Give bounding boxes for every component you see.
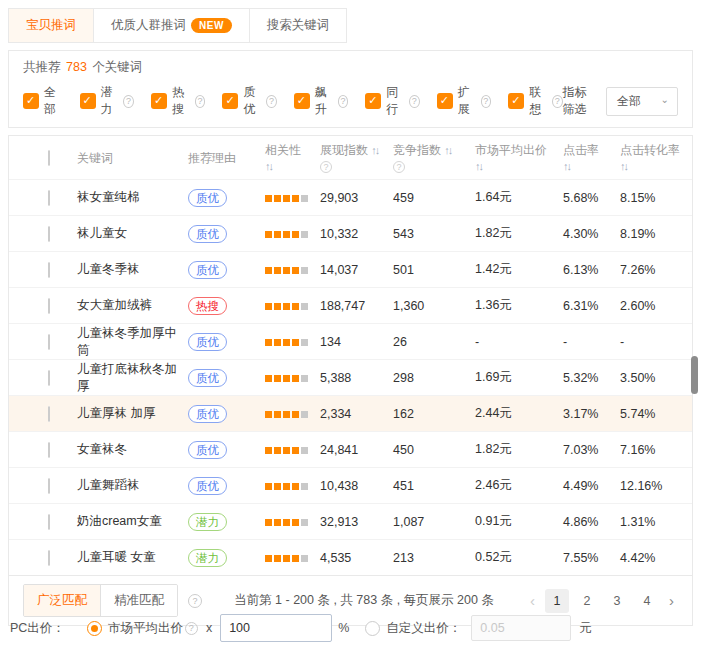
- filter-checkbox[interactable]: 质优: [222, 84, 276, 118]
- sort-icon[interactable]: [475, 160, 482, 172]
- help-icon[interactable]: [185, 622, 198, 635]
- broad-match-button[interactable]: 广泛匹配: [24, 585, 100, 616]
- tab-item-recommend[interactable]: 宝贝推词: [9, 9, 93, 42]
- table-row[interactable]: 儿童厚袜 加厚 质优 2,334 162 2.44元 3.17% 5.74%: [9, 395, 692, 431]
- relevance-bar-segment: [274, 519, 281, 526]
- relevance-bar-segment: [283, 339, 290, 346]
- filter-checkbox[interactable]: 扩展: [437, 84, 491, 118]
- help-icon[interactable]: [188, 594, 202, 608]
- page-button[interactable]: 4: [635, 589, 659, 613]
- row-checkbox[interactable]: [48, 550, 50, 566]
- row-checkbox[interactable]: [48, 514, 50, 530]
- table-row[interactable]: 儿童打底袜秋冬加厚 质优 5,388 298 1.69元 5.32% 3.50%: [9, 359, 692, 395]
- checkbox-checked-icon[interactable]: [151, 93, 167, 109]
- help-icon[interactable]: [338, 95, 349, 108]
- metric-filter-select[interactable]: 全部: [606, 87, 678, 116]
- relevance-bar-segment: [283, 519, 290, 526]
- help-icon[interactable]: [393, 161, 405, 173]
- relevance-bar-segment: [265, 447, 272, 454]
- pc-bid-row: PC出价： 市场平均出价 x % 自定义出价： 元: [0, 614, 701, 642]
- tab-search-keyword[interactable]: 搜索关键词: [249, 9, 347, 42]
- filter-checkbox[interactable]: 飙升: [294, 84, 348, 118]
- table-row[interactable]: 儿童舞蹈袜 质优 10,438 451 2.46元 4.49% 12.16%: [9, 467, 692, 503]
- prev-page-button[interactable]: [526, 592, 539, 609]
- select-all-checkbox[interactable]: [48, 150, 50, 166]
- avg-bid-cell: -: [475, 335, 563, 349]
- sort-icon[interactable]: [444, 144, 451, 156]
- row-checkbox[interactable]: [48, 478, 50, 494]
- help-icon[interactable]: [552, 95, 563, 108]
- exact-match-button[interactable]: 精准匹配: [100, 585, 177, 616]
- custom-price-radio[interactable]: [365, 621, 380, 636]
- page-button[interactable]: 3: [605, 589, 629, 613]
- summary-suffix: 个关键词: [92, 60, 142, 74]
- sort-icon[interactable]: [371, 144, 378, 156]
- help-icon[interactable]: [409, 95, 420, 108]
- sort-icon[interactable]: [265, 160, 272, 172]
- relevance-bars: [265, 267, 308, 274]
- competition-cell: 298: [393, 371, 475, 385]
- filter-checkbox[interactable]: 潜力: [80, 84, 134, 118]
- checkbox-checked-icon[interactable]: [365, 93, 381, 109]
- row-checkbox[interactable]: [48, 406, 50, 422]
- filter-checkbox[interactable]: 热搜: [151, 84, 205, 118]
- table-row[interactable]: 儿童袜冬季加厚中筒 质优 134 26 - - -: [9, 323, 692, 359]
- checkbox-checked-icon[interactable]: [23, 93, 39, 109]
- filter-checkbox[interactable]: 全部: [23, 84, 63, 118]
- help-icon[interactable]: [320, 161, 332, 173]
- cvr-cell: 5.74%: [620, 407, 692, 421]
- page-button[interactable]: 1: [545, 589, 569, 613]
- keyword-table: 关键词 推荐理由 相关性 展现指数 竞争指数 市场平均出价 点击率 点击转化率: [8, 135, 693, 626]
- page-info: 当前第 1 - 200 条 , 共 783 条 , 每页展示 200 条: [234, 592, 494, 609]
- tab-crowd-recommend[interactable]: 优质人群推词 NEW: [93, 9, 249, 42]
- row-checkbox[interactable]: [48, 442, 50, 458]
- table-row[interactable]: 奶油cream女童 潜力 32,913 1,087 0.91元 4.86% 1.…: [9, 503, 692, 539]
- checkbox-checked-icon[interactable]: [508, 93, 524, 109]
- help-icon[interactable]: [123, 95, 134, 108]
- checkbox-label: 全部: [44, 84, 63, 118]
- impression-cell: 14,037: [320, 263, 393, 277]
- filter-checkbox[interactable]: 联想: [508, 84, 562, 118]
- cvr-cell: 1.31%: [620, 515, 692, 529]
- impression-cell: 29,903: [320, 191, 393, 205]
- relevance-bar-segment: [292, 339, 299, 346]
- row-checkbox[interactable]: [48, 226, 50, 242]
- table-row[interactable]: 袜儿童女 质优 10,332 543 1.82元 4.30% 8.19%: [9, 215, 692, 251]
- next-page-button[interactable]: [665, 592, 678, 609]
- relevance-bar-segment: [265, 483, 272, 490]
- keyword-cell: 奶油cream女童: [77, 513, 188, 530]
- cvr-cell: 12.16%: [620, 479, 692, 493]
- help-icon[interactable]: [195, 95, 206, 108]
- keyword-cell: 儿童厚袜 加厚: [77, 405, 188, 422]
- page-button[interactable]: 2: [575, 589, 599, 613]
- row-checkbox[interactable]: [48, 298, 50, 314]
- help-icon[interactable]: [481, 95, 492, 108]
- filter-checkbox[interactable]: 同行: [365, 84, 419, 118]
- sort-icon[interactable]: [620, 160, 627, 172]
- filter-checkbox-list: 全部 潜力 热搜 质优 飙升 同行 扩展 联想: [23, 84, 563, 118]
- row-checkbox[interactable]: [48, 262, 50, 278]
- table-row[interactable]: 儿童冬季袜 质优 14,037 501 1.42元 6.13% 7.26%: [9, 251, 692, 287]
- checkbox-checked-icon[interactable]: [222, 93, 238, 109]
- checkbox-checked-icon[interactable]: [294, 93, 310, 109]
- row-checkbox[interactable]: [48, 334, 50, 350]
- checkbox-checked-icon[interactable]: [437, 93, 453, 109]
- relevance-bar-segment: [292, 231, 299, 238]
- row-checkbox[interactable]: [48, 190, 50, 206]
- ctr-cell: 7.55%: [563, 551, 620, 565]
- scrollbar-thumb[interactable]: [691, 356, 698, 394]
- row-checkbox[interactable]: [48, 370, 50, 386]
- help-icon[interactable]: [266, 95, 277, 108]
- relevance-bar-segment: [283, 375, 290, 382]
- table-row[interactable]: 儿童耳暖 女童 潜力 4,535 213 0.52元 7.55% 4.42%: [9, 539, 692, 575]
- custom-price-input[interactable]: [471, 615, 571, 641]
- avg-bid-cell: 0.91元: [475, 513, 563, 530]
- table-row[interactable]: 女童袜冬 质优 24,841 450 1.82元 7.03% 7.16%: [9, 431, 692, 467]
- checkbox-checked-icon[interactable]: [80, 93, 96, 109]
- market-price-radio[interactable]: [87, 621, 102, 636]
- table-row[interactable]: 袜女童纯棉 质优 29,903 459 1.64元 5.68% 8.15%: [9, 179, 692, 215]
- keyword-cell: 女童袜冬: [77, 441, 188, 458]
- percent-input[interactable]: [220, 614, 332, 642]
- table-row[interactable]: 女大童加绒裤 热搜 188,747 1,360 1.36元 6.31% 2.60…: [9, 287, 692, 323]
- sort-icon[interactable]: [563, 160, 570, 172]
